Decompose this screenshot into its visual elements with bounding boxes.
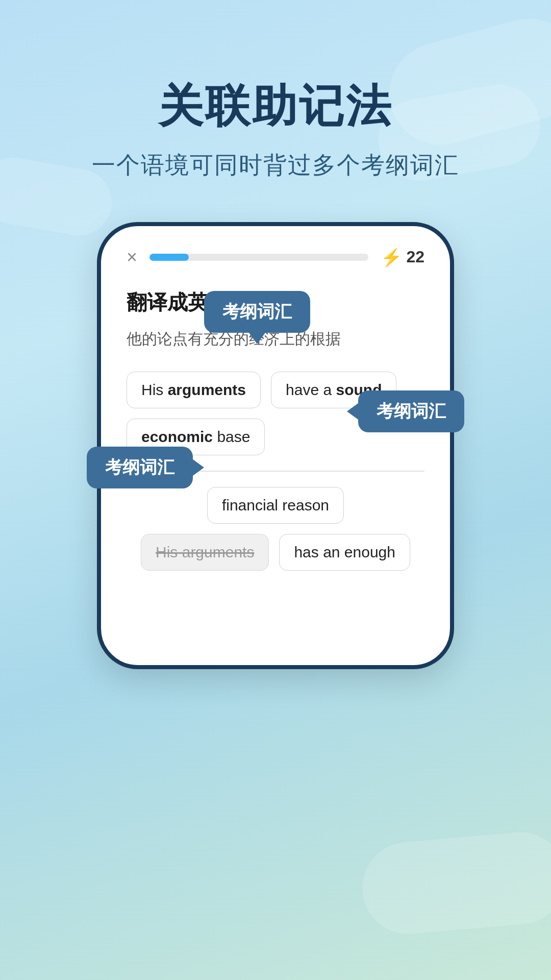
main-title: 关联助记法: [92, 82, 459, 131]
bottom-row-1: financial reason: [127, 487, 424, 524]
financial-reason-text: financial reason: [222, 497, 329, 513]
progress-bar-container: [149, 254, 368, 261]
bottom-row-2: His arguments has an enough: [127, 534, 424, 571]
close-button[interactable]: ×: [127, 247, 137, 268]
tooltip-1: 考纲词汇: [204, 291, 310, 333]
his-arguments-gray-text: His arguments: [156, 544, 254, 560]
answer-option-1[interactable]: His arguments: [127, 372, 261, 408]
phone-mockup: 考纲词汇 考纲词汇 考纲词汇 × ⚡ 22 翻译成英文: [97, 222, 454, 669]
score-area: ⚡ 22: [381, 247, 424, 267]
answer-option-his-arguments-gray[interactable]: His arguments: [141, 534, 269, 571]
bottom-options: financial reason His arguments has an en…: [127, 487, 424, 591]
lightning-icon: ⚡: [381, 247, 402, 267]
answer-option-has-an-enough[interactable]: has an enough: [279, 534, 410, 571]
tooltip-3: 考纲词汇: [87, 447, 193, 488]
bold-economic: economic: [141, 428, 213, 445]
progress-bar-fill: [149, 254, 189, 261]
top-bar: × ⚡ 22: [127, 247, 424, 268]
has-an-enough-text: has an enough: [294, 544, 395, 560]
phone-frame: × ⚡ 22 翻译成英文 他的论点有充分的经济上的根据 His argument…: [97, 222, 454, 669]
subtitle: 一个语境可同时背过多个考纲词汇: [92, 150, 459, 181]
answer-option-financial[interactable]: financial reason: [207, 487, 344, 524]
tooltip-2: 考纲词汇: [358, 390, 464, 432]
bold-arguments: arguments: [168, 381, 246, 398]
score-value: 22: [406, 248, 424, 266]
